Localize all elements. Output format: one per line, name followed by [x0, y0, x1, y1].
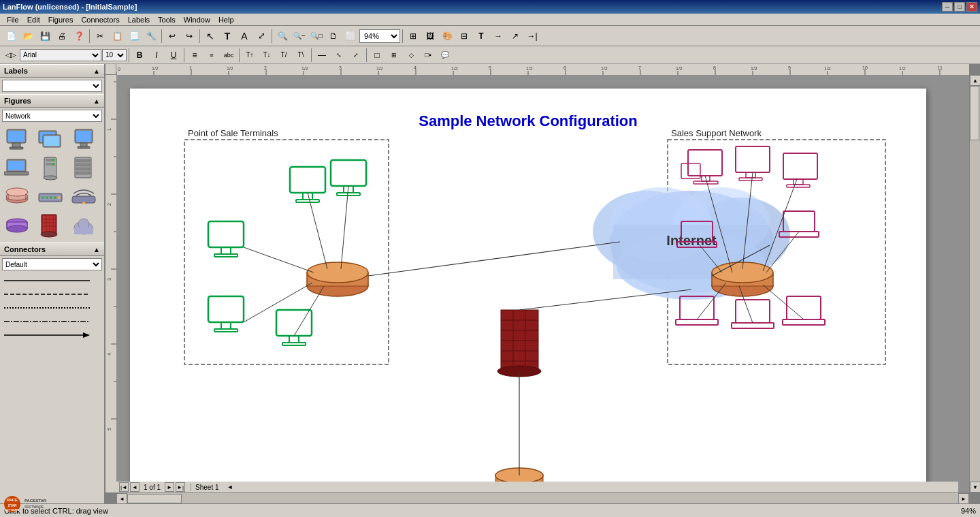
- connectors-list: [0, 272, 104, 343]
- nav-prev-button[interactable]: ◄: [130, 482, 140, 492]
- properties-button[interactable]: 🔧: [143, 28, 159, 44]
- figure-item-hub[interactable]: [3, 213, 31, 240]
- scroll-right-button[interactable]: ►: [958, 493, 969, 503]
- line-style1-button[interactable]: —: [314, 47, 330, 63]
- figure-item-desktop[interactable]: [3, 127, 31, 154]
- grid-button[interactable]: ⊞: [405, 28, 421, 44]
- scroll-track-h[interactable]: [127, 493, 958, 503]
- connector-dashed[interactable]: [3, 289, 101, 300]
- connectors-dropdown[interactable]: Default: [2, 258, 102, 270]
- zoom-fit-button[interactable]: 🔍□: [308, 28, 325, 44]
- text-props-button[interactable]: T: [473, 28, 489, 44]
- close-button[interactable]: ✕: [966, 2, 977, 12]
- shape-rect-button[interactable]: □: [369, 47, 385, 63]
- nav-last-button[interactable]: ►|: [176, 482, 185, 492]
- paste-button[interactable]: 📃: [126, 28, 142, 44]
- conn-bend-button[interactable]: ↗: [507, 28, 523, 44]
- text-angle2-button[interactable]: T\: [293, 47, 309, 63]
- font-name-select[interactable]: Arial Times New Roman Courier New: [20, 49, 101, 61]
- text-angle1-button[interactable]: T/: [276, 47, 292, 63]
- scroll-left-button[interactable]: ◄: [116, 493, 127, 503]
- textbox-button[interactable]: A: [236, 28, 252, 44]
- menu-file[interactable]: File: [3, 15, 23, 25]
- figures-category-dropdown[interactable]: Network Computers: [2, 110, 102, 122]
- maximize-button[interactable]: □: [954, 2, 965, 12]
- figure-item-server[interactable]: [36, 155, 65, 183]
- new-button[interactable]: 📄: [3, 28, 19, 44]
- labels-dropdown[interactable]: [2, 80, 102, 92]
- strikethrough-button[interactable]: abc: [220, 47, 237, 63]
- zoom-select[interactable]: 50% 75% 94% 100% 150% 200%: [359, 29, 400, 43]
- figure-style-button[interactable]: 🎨: [439, 28, 455, 44]
- minimize-button[interactable]: ─: [942, 2, 953, 12]
- zoom-window-button[interactable]: ⬜: [342, 28, 359, 44]
- connector-arrow[interactable]: [3, 330, 101, 341]
- line-style2-button[interactable]: ⤡: [331, 47, 347, 63]
- figure-item-thin-client[interactable]: [69, 127, 98, 154]
- scroll-thumb-v[interactable]: [970, 86, 979, 140]
- menu-labels[interactable]: Labels: [124, 15, 154, 25]
- scroll-up-button[interactable]: ▲: [970, 75, 980, 86]
- underline-button[interactable]: U: [165, 47, 182, 63]
- text-up-button[interactable]: T↑: [242, 47, 258, 63]
- align-left-button[interactable]: ≡: [186, 47, 203, 63]
- zoom-out-button[interactable]: 🔍−: [291, 28, 308, 44]
- separator-fmt1: [129, 48, 129, 62]
- shape-other-button[interactable]: ◇: [403, 47, 419, 63]
- zoom-page-button[interactable]: 🗋: [325, 28, 342, 44]
- connect-button[interactable]: ⤢: [253, 28, 270, 44]
- figure-item-firewall[interactable]: [36, 213, 65, 240]
- connector-dashdot[interactable]: [3, 316, 101, 327]
- nav-next-button[interactable]: ►: [165, 482, 174, 492]
- scroll-track-v[interactable]: [970, 86, 980, 482]
- labels-collapse-icon[interactable]: ▲: [93, 67, 100, 75]
- figures-collapse-icon[interactable]: ▲: [93, 97, 100, 105]
- menu-edit[interactable]: Edit: [23, 15, 44, 25]
- italic-button[interactable]: I: [148, 47, 165, 63]
- zoom-in-button[interactable]: 🔍: [274, 28, 291, 44]
- canvas[interactable]: Sample Network Configuration Point of Sa…: [116, 75, 969, 492]
- font-size-select[interactable]: 891011121416: [102, 49, 127, 61]
- cut-button[interactable]: ✂: [92, 28, 108, 44]
- callout-button[interactable]: 💬: [437, 47, 453, 63]
- scroll-thumb-h[interactable]: [127, 494, 182, 503]
- menu-tools[interactable]: Tools: [154, 15, 180, 25]
- shadow-button[interactable]: □▪: [420, 47, 436, 63]
- help-button[interactable]: ❓: [71, 28, 87, 44]
- conn-end-button[interactable]: →|: [524, 28, 540, 44]
- text-down-button[interactable]: T↓: [259, 47, 275, 63]
- redo-button[interactable]: ↪: [181, 28, 197, 44]
- figure-item-cloud[interactable]: [69, 213, 98, 240]
- figure-align-button[interactable]: ⊟: [456, 28, 472, 44]
- line-style3-button[interactable]: ⤢: [348, 47, 364, 63]
- nav-first-button[interactable]: |◄: [119, 482, 129, 492]
- figure-item-monitor-stack[interactable]: [36, 127, 65, 154]
- menu-connectors[interactable]: Connectors: [77, 15, 123, 25]
- align-center-button[interactable]: ≡: [203, 47, 220, 63]
- figure-item-server-rack[interactable]: [69, 155, 98, 183]
- conn-start-button[interactable]: →: [490, 28, 506, 44]
- menu-figures[interactable]: Figures: [44, 15, 78, 25]
- text-button[interactable]: T: [219, 28, 235, 44]
- menu-window[interactable]: Window: [180, 15, 214, 25]
- print-button[interactable]: 🖨: [54, 28, 70, 44]
- figure-item-laptop[interactable]: [3, 155, 31, 183]
- sheet-nav-icon[interactable]: ◄: [227, 484, 233, 490]
- copy-button[interactable]: 📋: [109, 28, 125, 44]
- connectors-collapse-icon[interactable]: ▲: [93, 246, 100, 253]
- scroll-down-button[interactable]: ▼: [970, 482, 980, 492]
- figure-item-router[interactable]: [3, 184, 31, 211]
- shape-group-button[interactable]: ⊞: [386, 47, 402, 63]
- sidebar-toggle[interactable]: ◁▷: [3, 47, 19, 63]
- figure-props-button[interactable]: 🖼: [422, 28, 438, 44]
- bold-button[interactable]: B: [131, 47, 148, 63]
- save-button[interactable]: 💾: [37, 28, 53, 44]
- connector-solid[interactable]: [3, 275, 101, 286]
- select-button[interactable]: ↖: [202, 28, 218, 44]
- open-button[interactable]: 📂: [20, 28, 36, 44]
- menu-help[interactable]: Help: [214, 15, 238, 25]
- figure-item-switch[interactable]: [36, 184, 65, 211]
- connector-dotted[interactable]: [3, 302, 101, 313]
- figure-item-wireless[interactable]: [69, 184, 98, 211]
- undo-button[interactable]: ↩: [164, 28, 180, 44]
